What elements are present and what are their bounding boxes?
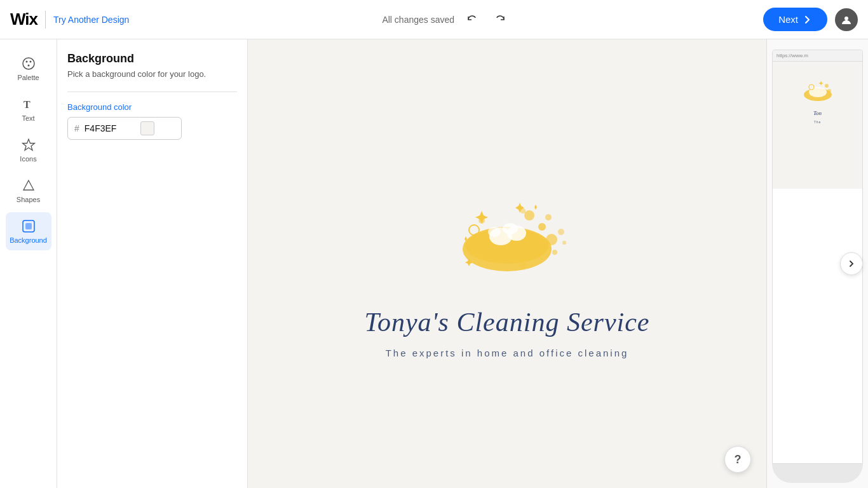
- palette-icon: [21, 56, 36, 71]
- svg-point-31: [827, 89, 831, 93]
- star-icon: [21, 137, 36, 152]
- svg-point-20: [524, 210, 534, 220]
- sidebar-icons: Palette T Text Icons: [0, 39, 57, 488]
- svg-point-17: [546, 234, 557, 245]
- mini-logo-icon: [799, 74, 837, 106]
- svg-point-19: [545, 214, 552, 220]
- browser-url: https://www.m: [776, 53, 808, 58]
- sidebar-item-palette[interactable]: Palette: [6, 50, 51, 88]
- browser-bar: https://www.m: [773, 50, 862, 62]
- header-right: Next: [763, 8, 858, 31]
- sidebar-item-background[interactable]: Background: [6, 212, 51, 250]
- mini-logo-brand-name: Ton: [813, 110, 822, 116]
- background-label: Background: [10, 236, 47, 244]
- icons-label: Icons: [20, 155, 36, 163]
- svg-marker-6: [22, 139, 34, 151]
- logo-tagline: The experts in home and office cleaning: [386, 348, 629, 358]
- hash-symbol: #: [74, 123, 79, 133]
- next-preview-button[interactable]: [840, 252, 863, 275]
- panel-subtitle: Pick a background color for your logo.: [67, 69, 237, 79]
- svg-point-18: [465, 242, 473, 250]
- wix-logo: Wix: [10, 10, 37, 29]
- user-avatar-button[interactable]: [835, 8, 858, 31]
- svg-point-26: [520, 262, 526, 268]
- canvas-area: Tonya's Cleaning Service The experts in …: [248, 39, 766, 488]
- sidebar-item-icons[interactable]: Icons: [6, 131, 51, 169]
- header-center: All changes saved: [129, 10, 763, 30]
- svg-point-21: [558, 229, 564, 235]
- svg-point-1: [23, 58, 34, 69]
- svg-point-28: [809, 87, 827, 97]
- sidebar-item-text[interactable]: T Text: [6, 90, 51, 128]
- help-button[interactable]: ?: [724, 446, 751, 473]
- next-button[interactable]: Next: [763, 8, 827, 31]
- sidebar-item-shapes[interactable]: Shapes: [6, 172, 51, 210]
- changes-saved-status: All changes saved: [382, 15, 454, 25]
- svg-point-13: [488, 227, 501, 237]
- color-input-row[interactable]: #: [67, 117, 182, 140]
- shapes-label: Shapes: [17, 196, 40, 203]
- color-swatch[interactable]: [140, 121, 154, 135]
- browser-content: Ton The: [773, 62, 862, 189]
- color-hex-input[interactable]: [85, 123, 135, 133]
- logo-icon: [418, 170, 596, 297]
- svg-rect-8: [25, 223, 32, 229]
- browser-bottom-bar: [772, 464, 863, 483]
- svg-point-3: [29, 61, 31, 63]
- logo-brand-name: Tonya's Cleaning Service: [364, 307, 649, 337]
- palette-label: Palette: [17, 74, 39, 81]
- text-icon: T: [21, 97, 36, 112]
- undo-button[interactable]: [462, 10, 482, 30]
- svg-point-24: [552, 250, 557, 255]
- svg-point-16: [538, 223, 546, 231]
- try-another-design-link[interactable]: Try Another Design: [53, 15, 129, 25]
- svg-point-15: [469, 225, 479, 235]
- panel-title: Background: [67, 52, 237, 65]
- main-layout: Palette T Text Icons: [0, 39, 868, 488]
- bg-color-label: Background color: [67, 102, 237, 112]
- svg-text:T: T: [24, 99, 31, 110]
- mini-logo-tagline: The: [814, 120, 822, 124]
- text-label: Text: [22, 114, 34, 122]
- svg-point-25: [562, 241, 566, 245]
- svg-point-4: [27, 65, 29, 67]
- header-divider: [45, 11, 46, 29]
- header-left: Wix Try Another Design: [10, 10, 129, 29]
- redo-button[interactable]: [490, 10, 510, 30]
- logo-preview: Tonya's Cleaning Service The experts in …: [364, 170, 649, 358]
- svg-point-14: [503, 223, 518, 234]
- background-panel: Background Pick a background color for y…: [57, 39, 248, 488]
- shapes-icon: [21, 178, 36, 193]
- panel-divider: [67, 92, 237, 92]
- app-header: Wix Try Another Design All changes saved…: [0, 0, 868, 39]
- svg-point-30: [825, 84, 829, 88]
- svg-point-2: [25, 61, 27, 63]
- background-icon: [21, 219, 36, 234]
- svg-point-0: [844, 17, 848, 20]
- right-preview-panel: https://www.m Ton The: [766, 39, 868, 488]
